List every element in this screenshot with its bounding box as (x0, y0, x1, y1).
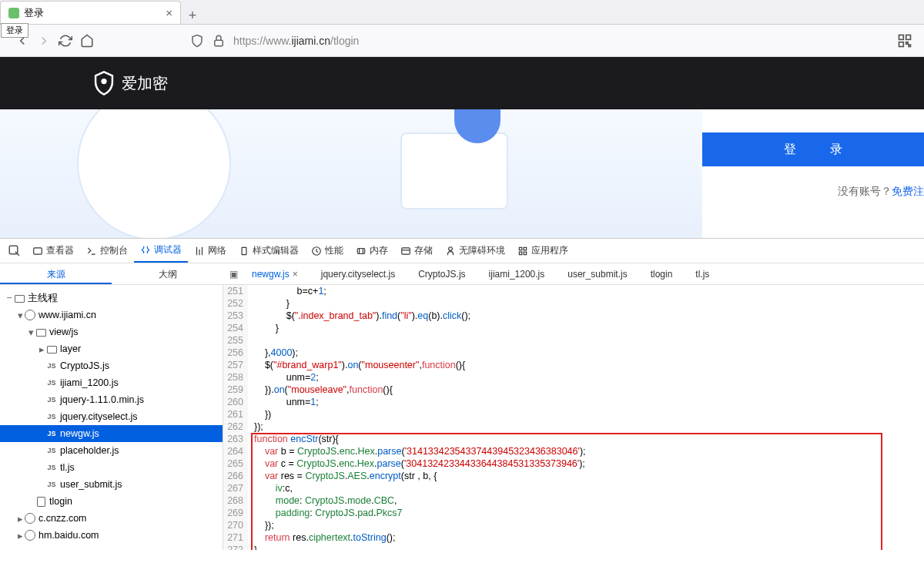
svg-rect-3 (899, 42, 904, 46)
tree-node[interactable]: tlogin (0, 493, 223, 510)
source-tree[interactable]: −主线程▾www.ijiami.cn▾view/js▸layerJSCrypto… (0, 285, 223, 550)
source-sub-tab-1[interactable]: 大纲 (112, 263, 223, 284)
login-panel: 登 录 没有账号？免费注 (702, 109, 924, 238)
forward-button[interactable] (33, 30, 55, 52)
browser-nav-bar: https://www.ijiami.cn/tlogin (0, 25, 924, 57)
code-line[interactable]: 257 $("#brand_warp1").on("mouseenter",fu… (223, 359, 924, 371)
open-file-tab[interactable]: user_submit.js (567, 269, 627, 280)
tab-favicon (8, 8, 19, 18)
address-bar[interactable]: https://www.ijiami.cn/tlogin (190, 29, 897, 52)
code-line[interactable]: 263function encStr(str){ (223, 433, 924, 445)
tree-node[interactable]: JStl.js (0, 459, 223, 476)
svg-point-12 (449, 246, 453, 250)
devtools-tab-9[interactable]: 应用程序 (511, 239, 574, 263)
devtools-tab-3[interactable]: 网络 (188, 239, 233, 263)
browser-tab-bar: 登录 × 登录 + (0, 0, 924, 25)
devtools-tab-2[interactable]: 调试器 (134, 239, 188, 263)
devtools-tab-7[interactable]: 存储 (394, 239, 439, 263)
home-button[interactable] (76, 30, 98, 52)
tree-node[interactable]: JSCryptoJS.js (0, 357, 223, 374)
tab-title: 登录 (24, 6, 44, 20)
url-text: https://www.ijiami.cn/tlogin (233, 35, 359, 47)
devtools-subbar: 来源大纲 ▣ newgw.js ×jquery.cityselect.jsCry… (0, 263, 924, 285)
devtools-tabs: 查看器控制台调试器网络样式编辑器性能内存存储无障碍环境应用程序 (0, 239, 924, 263)
open-file-tab[interactable]: tlogin (651, 269, 673, 280)
svg-rect-2 (906, 35, 911, 39)
tree-node[interactable]: −主线程 (0, 290, 223, 307)
code-line[interactable]: 253 $(".index_brand_tab").find("li").eq(… (223, 310, 924, 322)
devtools-tab-5[interactable]: 性能 (305, 239, 350, 263)
open-file-tab[interactable]: newgw.js × (252, 269, 298, 280)
code-line[interactable]: 254 } (223, 322, 924, 334)
code-line[interactable]: 268 mode: CryptoJS.mode.CBC, (223, 494, 924, 507)
qr-icon[interactable] (897, 33, 912, 49)
tree-node[interactable]: JSuser_submit.js (0, 476, 223, 493)
tab-tooltip: 登录 (1, 23, 28, 38)
devtools-tab-8[interactable]: 无障碍环境 (439, 239, 511, 263)
code-line[interactable]: 262}); (223, 421, 924, 433)
code-line[interactable]: 260 unm=1; (223, 396, 924, 408)
devtools-tab-1[interactable]: 控制台 (80, 239, 134, 263)
tree-node[interactable]: ▸layer (0, 340, 223, 357)
login-footer: 没有账号？免费注 (702, 166, 924, 199)
code-line[interactable]: 267 iv:c, (223, 482, 924, 494)
svg-point-6 (102, 79, 106, 83)
code-line[interactable]: 259 }).on("mouseleave",function(){ (223, 384, 924, 396)
hero-section: 登 录 没有账号？免费注 (0, 109, 924, 238)
new-tab-button[interactable]: + (181, 8, 204, 24)
svg-rect-14 (524, 247, 527, 250)
svg-rect-0 (215, 40, 223, 46)
inspect-icon[interactable] (6, 240, 23, 262)
shield-icon (190, 34, 204, 48)
svg-rect-13 (519, 247, 522, 250)
tree-node[interactable]: JSnewgw.js (0, 425, 223, 442)
code-line[interactable]: 255 (223, 334, 924, 347)
tree-node[interactable]: ▸hm.baidu.com (0, 527, 223, 544)
code-line[interactable]: 261 }) (223, 408, 924, 421)
code-line[interactable]: 270 }); (223, 519, 924, 531)
svg-rect-15 (519, 252, 522, 255)
code-line[interactable]: 272} (223, 544, 924, 550)
open-file-tab[interactable]: CryptoJS.js (418, 269, 465, 280)
code-line[interactable]: 252 } (223, 297, 924, 310)
code-line[interactable]: 269 padding: CryptoJS.pad.Pkcs7 (223, 507, 924, 519)
close-tab-icon[interactable]: × (166, 6, 172, 19)
open-file-tab[interactable]: tl.js (695, 269, 709, 280)
tree-node[interactable]: ▾view/js (0, 323, 223, 340)
tree-node[interactable]: JSplaceholder.js (0, 442, 223, 459)
source-sub-tab-0[interactable]: 来源 (0, 263, 112, 284)
open-file-tab[interactable]: ijiami_1200.js (489, 269, 545, 280)
svg-rect-16 (524, 252, 527, 255)
browser-tab[interactable]: 登录 × 登录 (0, 1, 181, 24)
code-line[interactable]: 251 b=c+1; (223, 285, 924, 297)
tree-node[interactable]: JSjquery.cityselect.js (0, 408, 223, 425)
code-line[interactable]: 256 },4000); (223, 347, 924, 359)
tree-node[interactable]: ▾www.ijiami.cn (0, 307, 223, 323)
code-line[interactable]: 264 var b = CryptoJS.enc.Hex.parse('3141… (223, 445, 924, 457)
open-file-tab[interactable]: jquery.cityselect.js (321, 269, 395, 280)
register-link[interactable]: 免费注 (892, 185, 924, 197)
login-button[interactable]: 登 录 (702, 132, 924, 166)
code-editor[interactable]: 251 b=c+1;252 }253 $(".index_brand_tab")… (223, 285, 924, 550)
code-line[interactable]: 266 var res = CryptoJS.AES.encrypt(str ,… (223, 470, 924, 482)
svg-rect-5 (909, 45, 911, 47)
code-line[interactable]: 271 return res.ciphertext.toString(); (223, 531, 924, 544)
close-file-icon[interactable]: × (293, 269, 298, 280)
svg-rect-10 (357, 248, 364, 253)
tree-node[interactable]: JSjquery-1.11.0.min.js (0, 391, 223, 408)
lock-icon (212, 34, 226, 48)
svg-rect-11 (402, 247, 410, 253)
site-header: 爱加密 (0, 57, 924, 109)
devtools-tab-4[interactable]: 样式编辑器 (233, 239, 305, 263)
code-line[interactable]: 258 unm=2; (223, 371, 924, 384)
brand-logo[interactable]: 爱加密 (92, 70, 168, 96)
shield-icon (92, 70, 116, 96)
devtools-tab-0[interactable]: 查看器 (26, 239, 80, 263)
reload-button[interactable] (55, 30, 76, 52)
toggle-pane-icon[interactable]: ▣ (229, 269, 238, 280)
devtools-tab-6[interactable]: 内存 (350, 239, 394, 263)
code-line[interactable]: 265 var c = CryptoJS.enc.Hex.parse('3041… (223, 457, 924, 470)
tree-node[interactable]: JSijiami_1200.js (0, 374, 223, 391)
devtools: 查看器控制台调试器网络样式编辑器性能内存存储无障碍环境应用程序 来源大纲 ▣ n… (0, 238, 924, 550)
tree-node[interactable]: ▸c.cnzz.com (0, 510, 223, 527)
